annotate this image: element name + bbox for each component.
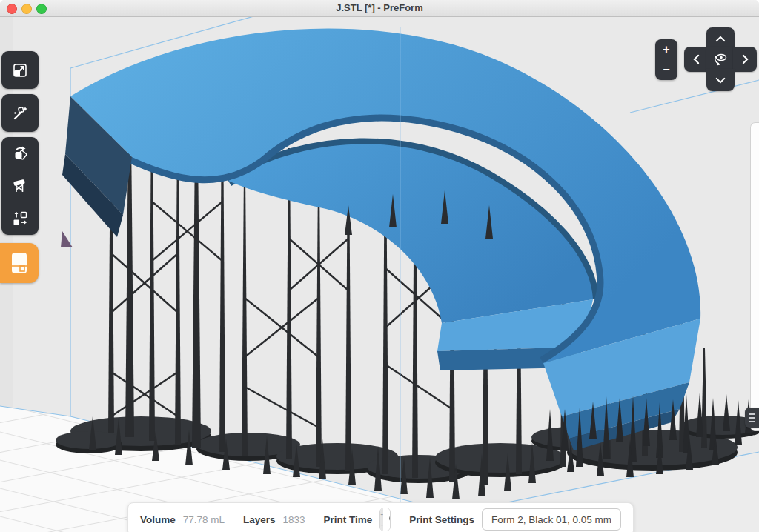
zoom-controls: + − [655, 39, 677, 80]
layout-icon [11, 210, 29, 227]
rotate-down-button[interactable] [706, 69, 735, 91]
print-time-control: -- [380, 508, 391, 531]
model-j-inner-arm[interactable] [228, 144, 593, 370]
chevron-down-icon [715, 77, 726, 84]
resin-cartridge-icon [10, 252, 29, 274]
orbit-view-button[interactable] [706, 47, 735, 72]
print-time-label: Print Time [324, 514, 373, 525]
viewport-3d-scene[interactable] [0, 16, 759, 532]
viewport: + − [0, 16, 759, 532]
zoom-out-button[interactable]: − [655, 60, 677, 81]
layers-label: Layers [243, 514, 276, 525]
rotate-icon [11, 144, 29, 162]
status-bar: Volume 77.78 mL Layers 1833 Print Time -… [127, 502, 634, 532]
rotate-right-button[interactable] [733, 47, 757, 72]
orbit-dpad [684, 27, 757, 91]
rotate-left-button[interactable] [684, 47, 708, 72]
one-click-print-tool-button[interactable] [1, 94, 39, 132]
window-title: J.STL [*] - PreForm [0, 0, 759, 16]
layers-value: 1833 [283, 514, 305, 525]
layer-slider-thumb[interactable] [745, 408, 759, 428]
scale-icon [11, 61, 29, 79]
layer-slider-track[interactable] [750, 122, 759, 431]
print-settings-label: Print Settings [409, 514, 474, 525]
preform-window: J.STL [*] - PreForm [0, 0, 759, 532]
supports-icon [11, 177, 29, 195]
refresh-icon [388, 513, 391, 526]
zoom-in-button[interactable]: + [655, 39, 677, 60]
magic-wand-icon [11, 104, 29, 122]
model-j-outer-band[interactable] [61, 29, 700, 450]
tool-group [1, 137, 39, 235]
supports-tool-button[interactable] [1, 170, 39, 202]
volume-value: 77.78 mL [183, 514, 225, 525]
chevron-left-icon [693, 54, 700, 64]
print-button[interactable] [0, 243, 39, 283]
refresh-print-time-button[interactable] [383, 508, 391, 531]
chevron-right-icon [742, 54, 749, 64]
grip-lines-icon [749, 413, 755, 415]
layout-tool-button[interactable] [1, 202, 39, 235]
titlebar: J.STL [*] - PreForm [0, 0, 759, 17]
chevron-up-icon [715, 36, 726, 42]
orient-tool-button[interactable] [1, 137, 39, 170]
print-settings-select[interactable]: Form 2, Black 01, 0.05 mm [482, 508, 621, 531]
scale-tool-button[interactable] [1, 51, 39, 89]
volume-label: Volume [140, 514, 176, 525]
orbit-eye-icon [712, 50, 729, 68]
